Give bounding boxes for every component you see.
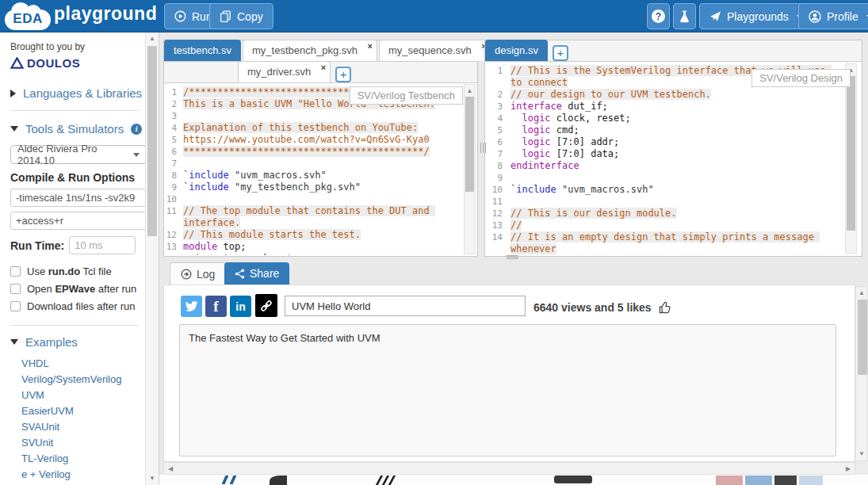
example-link[interactable]: TL-Verilog: [21, 453, 145, 468]
checkbox[interactable]: [10, 284, 21, 294]
testbench-code[interactable]: 1/**************************************…: [164, 83, 477, 255]
file-tab[interactable]: my_testbench_pkg.svh×: [243, 40, 377, 61]
option-checkbox-row[interactable]: Download files after run: [10, 297, 145, 315]
copy-button[interactable]: Copy: [209, 3, 273, 29]
horizontal-scrollbar[interactable]: ◀ ▶: [163, 462, 855, 475]
description-textarea[interactable]: The Fastest Way to Get Started with UVM: [179, 324, 836, 456]
design-scrollbar[interactable]: ▲: [845, 63, 857, 254]
profile-menu-button[interactable]: Profile: [798, 3, 868, 29]
twitter-icon: [185, 300, 198, 313]
line-number: 6: [485, 136, 510, 148]
divider: [10, 325, 139, 326]
design-code[interactable]: 1// This is the SystemVerilog interface …: [485, 62, 862, 255]
info-icon[interactable]: i: [131, 124, 142, 135]
file-tab[interactable]: my_driver.svh×: [238, 61, 331, 82]
collapsed-arrow-icon: [10, 90, 16, 97]
examples-header[interactable]: Examples: [10, 335, 145, 349]
sidebar-scrollbar[interactable]: ▲ ▼: [145, 32, 159, 485]
scroll-right-icon[interactable]: ▶: [842, 463, 855, 475]
line-number: 12: [485, 208, 510, 220]
tab-log[interactable]: Log: [170, 262, 226, 285]
run-time-input[interactable]: [69, 236, 136, 254]
share-panel-scrollbar[interactable]: ▲ ▼: [855, 286, 868, 461]
testbench-tabbar-row1: testbench.svmy_testbench_pkg.svh×my_sequ…: [164, 40, 477, 62]
checkbox-list: Use run.do Tcl fileOpen EPWave after run…: [10, 262, 145, 315]
footer-fragment: [222, 475, 229, 484]
scroll-down-icon[interactable]: ▼: [146, 472, 159, 485]
scroll-down-icon[interactable]: ▼: [856, 448, 867, 460]
doulos-logo[interactable]: DOULOS: [10, 56, 145, 70]
line-number: 9: [485, 172, 510, 184]
example-link[interactable]: VHDL: [21, 357, 145, 373]
line-number: 14: [164, 253, 183, 255]
example-link[interactable]: SVAUnit: [21, 421, 145, 437]
scrollbar-thumb[interactable]: [847, 76, 855, 231]
option-checkbox-row[interactable]: Open EPWave after run: [10, 280, 145, 297]
horizontal-splitter-handle[interactable]: [507, 255, 518, 259]
scroll-up-icon[interactable]: ▲: [465, 85, 475, 97]
footer-fragment: [270, 475, 287, 485]
line-number: 14: [485, 231, 510, 255]
scroll-up-icon[interactable]: ▲: [146, 32, 159, 45]
file-tab-label: my_sequence.svh: [388, 44, 472, 56]
tab-share[interactable]: Share: [224, 262, 289, 285]
run-time-label: Run Time:: [10, 239, 64, 252]
line-number: 4: [485, 113, 510, 124]
copy-link-button[interactable]: [255, 294, 277, 317]
facebook-share-button[interactable]: f: [205, 296, 227, 317]
checkbox[interactable]: [10, 301, 21, 311]
twitter-share-button[interactable]: [181, 296, 202, 317]
line-number: 1: [164, 86, 183, 98]
help-button[interactable]: ?: [647, 3, 670, 29]
line-number: 3: [485, 101, 510, 113]
line-number: 8: [485, 160, 510, 172]
languages-libraries-header[interactable]: Languages & Libraries: [10, 86, 145, 100]
compile-option-input-1[interactable]: [10, 189, 145, 207]
scrollbar-thumb[interactable]: [465, 97, 474, 192]
simulator-select[interactable]: Aldec Riviera Pro 2014.10: [10, 145, 145, 164]
compile-option-input-2[interactable]: [10, 212, 145, 230]
close-icon[interactable]: ×: [368, 41, 373, 51]
checkbox[interactable]: [10, 266, 21, 277]
footer-fragment: [716, 475, 743, 485]
example-link[interactable]: SVUnit: [21, 437, 145, 453]
line-number: 11: [164, 205, 183, 229]
footer-fragment: [799, 475, 823, 485]
line-number: 13: [164, 241, 183, 253]
example-link[interactable]: EasierUVM: [21, 405, 145, 421]
tools-simulators-header[interactable]: Tools & Simulators i: [10, 122, 145, 136]
doulos-triangle-icon: [10, 57, 24, 69]
close-icon[interactable]: ×: [321, 63, 326, 72]
checkbox-label: Download files after run: [27, 300, 136, 312]
file-tab[interactable]: testbench.sv: [164, 40, 241, 61]
example-link[interactable]: e + Verilog: [21, 468, 145, 484]
scroll-left-icon[interactable]: ◀: [164, 463, 177, 475]
add-file-button[interactable]: +: [335, 67, 351, 82]
checkbox-label: Open EPWave after run: [27, 283, 136, 295]
example-link[interactable]: Verilog/SystemVerilog: [21, 373, 145, 389]
scrollbar-thumb[interactable]: [858, 300, 867, 375]
linkedin-icon: in: [235, 300, 245, 313]
scroll-up-icon[interactable]: ▲: [856, 287, 867, 300]
eda-playground-app: EDA playground Run Copy ?: [0, 0, 868, 485]
flask-button[interactable]: [673, 3, 696, 29]
thumbs-up-icon[interactable]: [658, 300, 673, 315]
add-file-button[interactable]: +: [553, 45, 568, 61]
vertical-splitter-handle[interactable]: [480, 143, 486, 153]
file-tab[interactable]: design.sv: [485, 40, 548, 61]
play-circle-icon: [174, 10, 186, 22]
line-number: 10: [164, 193, 183, 205]
file-tab[interactable]: my_sequence.svh×: [379, 40, 491, 61]
share-title-input[interactable]: [285, 296, 526, 316]
scrollbar-thumb[interactable]: [147, 46, 157, 236]
line-number: 4: [164, 122, 183, 134]
example-link[interactable]: UVM: [21, 389, 145, 405]
flask-icon: [679, 10, 690, 23]
eda-playground-logo[interactable]: EDA playground: [5, 1, 157, 32]
linkedin-share-button[interactable]: in: [230, 296, 251, 317]
testbench-scrollbar[interactable]: ▲: [464, 84, 476, 254]
line-number: 3: [164, 110, 183, 122]
playgrounds-menu-button[interactable]: Playgrounds: [699, 3, 813, 29]
line-number: 6: [164, 146, 183, 158]
option-checkbox-row[interactable]: Use run.do Tcl file: [10, 262, 145, 280]
